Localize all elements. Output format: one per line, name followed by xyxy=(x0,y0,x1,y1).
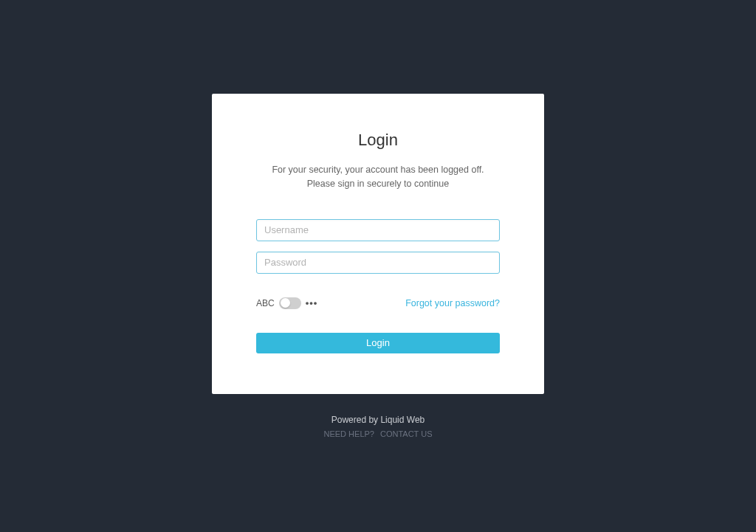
need-help-link[interactable]: NEED HELP? xyxy=(324,429,374,438)
forgot-password-link[interactable]: Forgot your password? xyxy=(405,298,500,308)
password-dots-icon: ••• xyxy=(306,297,318,308)
subtitle-line-1: For your security, your account has been… xyxy=(256,163,500,177)
username-input[interactable] xyxy=(256,219,500,241)
abc-toggle[interactable] xyxy=(279,297,301,309)
toggle-knob-icon xyxy=(281,298,290,308)
subtitle-line-2: Please sign in securely to continue xyxy=(256,177,500,191)
login-title: Login xyxy=(256,131,500,150)
login-subtitle: For your security, your account has been… xyxy=(256,163,500,191)
password-input[interactable] xyxy=(256,252,500,274)
footer: Powered by Liquid Web NEED HELP? CONTACT… xyxy=(324,415,433,438)
login-button[interactable]: Login xyxy=(256,333,500,353)
powered-by-text: Powered by Liquid Web xyxy=(324,415,433,425)
footer-links: NEED HELP? CONTACT US xyxy=(324,429,433,438)
login-card: Login For your security, your account ha… xyxy=(212,94,544,394)
options-row: ABC ••• Forgot your password? xyxy=(256,297,500,309)
contact-us-link[interactable]: CONTACT US xyxy=(380,429,433,438)
abc-label: ABC xyxy=(256,298,275,308)
abc-toggle-group: ABC ••• xyxy=(256,297,317,309)
